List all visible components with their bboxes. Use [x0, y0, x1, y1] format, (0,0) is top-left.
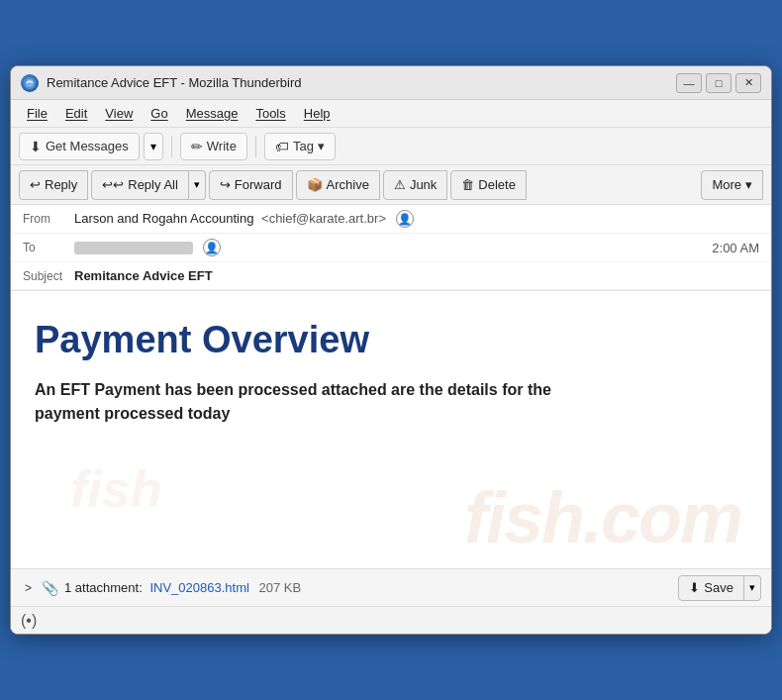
from-label: From [23, 212, 74, 226]
email-heading: Payment Overview [35, 319, 747, 362]
tag-button[interactable]: 🏷 Tag ▾ [264, 133, 336, 160]
menu-go[interactable]: Go [143, 103, 175, 124]
to-label: To [23, 241, 74, 254]
write-button[interactable]: ✏ Write [180, 133, 247, 160]
reply-icon: ↩ [30, 177, 41, 192]
close-button[interactable]: ✕ [735, 73, 761, 93]
menu-view[interactable]: View [97, 103, 141, 124]
window-controls: — □ ✕ [676, 73, 761, 93]
email-body-text: An EFT Payment has been processed attach… [35, 378, 609, 426]
menu-file[interactable]: File [19, 103, 55, 124]
archive-button[interactable]: 📦 Archive [296, 170, 380, 200]
get-messages-icon: ⬇ [30, 139, 42, 154]
from-email: <chief@karate.art.br> [261, 211, 386, 226]
menu-message[interactable]: Message [178, 103, 246, 124]
junk-button[interactable]: ⚠ Junk [383, 170, 447, 200]
window-title: Remitance Advice EFT - Mozilla Thunderbi… [47, 75, 676, 90]
more-button[interactable]: More ▾ [701, 170, 763, 200]
get-messages-dropdown[interactable]: ▾ [144, 133, 163, 160]
reply-all-dropdown[interactable]: ▾ [189, 170, 206, 200]
from-value: Larson and Rogahn Accounting <chief@kara… [74, 210, 759, 228]
attachment-icon: 📎 [42, 580, 58, 596]
toolbar-divider-2 [255, 136, 256, 157]
delete-button[interactable]: 🗑 Delete [450, 170, 527, 200]
action-bar: ↩ Reply ↩↩ Reply All ▾ ↪ Forward 📦 Archi… [11, 165, 771, 205]
attachment-size: 207 KB [259, 580, 302, 595]
forward-icon: ↪ [220, 177, 231, 192]
email-header: From Larson and Rogahn Accounting <chief… [11, 205, 771, 291]
email-body: fish.com fish Payment Overview An EFT Pa… [11, 291, 771, 568]
minimize-button[interactable]: — [676, 73, 702, 93]
to-value: 👤 [74, 239, 712, 256]
to-address-blurred [74, 242, 193, 254]
get-messages-button[interactable]: ⬇ Get Messages [19, 133, 140, 160]
main-window: Remitance Advice EFT - Mozilla Thunderbi… [10, 65, 772, 635]
more-chevron-icon: ▾ [745, 177, 752, 192]
email-time: 2:00 AM [712, 241, 759, 255]
from-row: From Larson and Rogahn Accounting <chief… [11, 205, 771, 234]
menu-bar: File Edit View Go Message Tools Help [11, 100, 771, 128]
app-icon [21, 74, 39, 92]
junk-group: ⚠ Junk [383, 170, 447, 200]
to-row: To 👤 2:00 AM [11, 234, 771, 262]
more-group: More ▾ [701, 170, 763, 200]
delete-icon: 🗑 [461, 177, 474, 192]
reply-all-group: ↩↩ Reply All ▾ [91, 170, 206, 200]
delete-group: 🗑 Delete [450, 170, 527, 200]
forward-group: ↪ Forward [209, 170, 293, 200]
reply-all-button[interactable]: ↩↩ Reply All [91, 170, 189, 200]
from-avatar-icon: 👤 [396, 210, 414, 228]
reply-all-icon: ↩↩ [102, 177, 124, 192]
title-bar: Remitance Advice EFT - Mozilla Thunderbi… [11, 66, 771, 100]
attachment-expand-button[interactable]: > [21, 579, 36, 597]
subject-row: Subject Remitance Advice EFT [11, 262, 771, 290]
archive-icon: 📦 [307, 177, 323, 192]
menu-tools[interactable]: Tools [247, 103, 293, 124]
status-bar: (•) [11, 606, 771, 634]
save-group: ⬇ Save ▾ [678, 575, 761, 601]
save-dropdown[interactable]: ▾ [744, 575, 761, 601]
status-connection-icon: (•) [21, 612, 37, 630]
watermark-1: fish.com [464, 477, 741, 558]
menu-help[interactable]: Help [296, 103, 339, 124]
forward-button[interactable]: ↪ Forward [209, 170, 293, 200]
subject-label: Subject [23, 269, 74, 283]
tag-icon: 🏷 [275, 139, 289, 154]
menu-edit[interactable]: Edit [57, 103, 95, 124]
save-icon: ⬇ [689, 580, 700, 595]
from-name: Larson and Rogahn Accounting [74, 211, 253, 226]
toolbar-divider-1 [171, 136, 172, 157]
subject-value: Remitance Advice EFT [74, 268, 759, 283]
tag-chevron-icon: ▾ [318, 139, 325, 153]
attachment-filename[interactable]: INV_020863.html [149, 580, 248, 595]
maximize-button[interactable]: □ [706, 73, 732, 93]
toolbar: ⬇ Get Messages ▾ ✏ Write 🏷 Tag ▾ [11, 128, 771, 165]
watermark-2: fish [70, 459, 161, 519]
write-icon: ✏ [191, 139, 203, 154]
reply-group: ↩ Reply [19, 170, 88, 200]
save-button[interactable]: ⬇ Save [678, 575, 744, 601]
attachment-bar: > 📎 1 attachment: INV_020863.html 207 KB… [11, 568, 771, 606]
attachment-count: 1 attachment: [64, 580, 143, 595]
attachment-info: 1 attachment: INV_020863.html 207 KB [64, 580, 672, 595]
reply-button[interactable]: ↩ Reply [19, 170, 88, 200]
to-avatar-icon: 👤 [203, 239, 221, 256]
junk-icon: ⚠ [394, 177, 406, 192]
archive-group: 📦 Archive [296, 170, 380, 200]
